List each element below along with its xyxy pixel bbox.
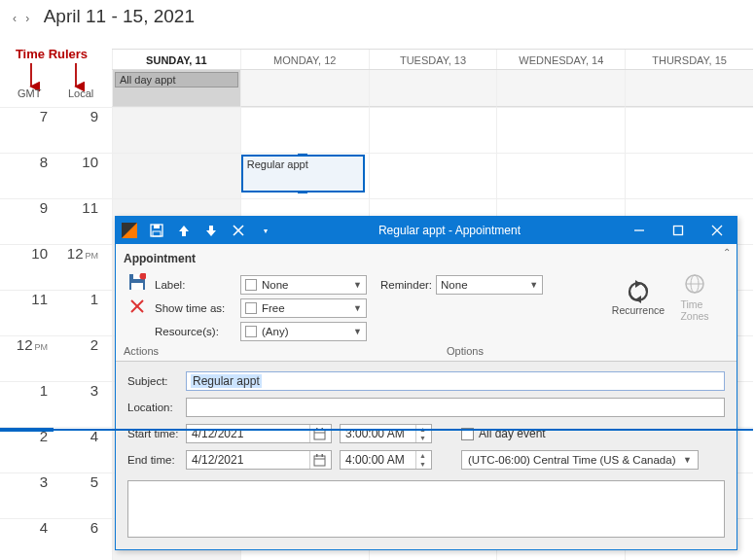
day-header-tuesday[interactable]: TUESDAY, 13: [369, 50, 497, 69]
all-day-cell-tuesday[interactable]: [369, 70, 497, 107]
location-input[interactable]: [186, 398, 725, 417]
local-time: 1: [54, 291, 98, 307]
time-row: 35: [0, 472, 112, 518]
appointment-form: Subject: Regular appt Location: Start ti…: [116, 362, 737, 549]
ruler-header: GMT Local: [0, 88, 112, 107]
local-time: 5: [54, 473, 98, 490]
day-header-monday[interactable]: MONDAY, 12: [240, 50, 369, 69]
current-time-indicator-thick: [0, 428, 54, 432]
show-time-as-combo[interactable]: Free▼: [240, 298, 367, 318]
resources-combo[interactable]: (Any)▼: [240, 322, 367, 341]
day-header-wednesday[interactable]: WEDNESDAY, 14: [496, 50, 625, 69]
ribbon-collapse-icon[interactable]: ⌃: [723, 247, 731, 258]
ribbon: Appointment ⌃ Label: None▼ Reminder:: [116, 244, 737, 362]
all-day-cell-monday[interactable]: [240, 70, 369, 107]
svg-rect-28: [314, 456, 325, 466]
location-label: Location:: [127, 402, 186, 413]
svg-rect-6: [153, 231, 161, 236]
app-icon: [120, 221, 139, 240]
start-time-input[interactable]: 3:00:00 AM ▲▼: [340, 424, 432, 443]
label-field-label: Label:: [155, 279, 240, 291]
end-time-label: End time:: [127, 454, 186, 466]
next-week-button[interactable]: ›: [22, 12, 32, 25]
delete-icon[interactable]: [229, 221, 248, 240]
local-time: 3: [54, 382, 98, 399]
regular-appointment[interactable]: Regular appt: [241, 155, 365, 192]
move-up-icon[interactable]: [174, 221, 194, 240]
svg-rect-30: [316, 454, 318, 457]
timezones-button[interactable]: Time Zones: [668, 269, 721, 326]
svg-rect-24: [314, 430, 325, 439]
gmt-time: 9: [4, 199, 48, 216]
recurrence-button[interactable]: Recurrence: [612, 269, 665, 326]
end-time-input[interactable]: 4:00:00 AM ▲▼: [340, 450, 432, 470]
end-date-input[interactable]: 4/12/2021: [186, 450, 332, 470]
svg-rect-31: [322, 454, 324, 457]
minimize-button[interactable]: [620, 217, 659, 244]
svg-rect-10: [674, 227, 683, 235]
reminder-combo[interactable]: None▼: [436, 275, 543, 295]
all-day-appointment[interactable]: All day appt: [115, 72, 238, 88]
svg-rect-15: [131, 283, 143, 290]
calendar-icon[interactable]: [309, 451, 329, 469]
local-time: 10: [54, 154, 98, 170]
gmt-time: 3: [4, 473, 48, 490]
ribbon-section-options: Options: [201, 345, 729, 357]
local-time: 12PM: [54, 245, 98, 262]
date-range-label: April 11 - 15, 2021: [44, 6, 195, 27]
time-row: 46: [0, 518, 112, 560]
all-day-row: All day appt: [112, 70, 753, 107]
time-row: 1012PM: [0, 244, 112, 290]
gmt-time: 4: [4, 519, 48, 536]
close-button[interactable]: [698, 217, 737, 244]
save-and-close-icon[interactable]: [128, 273, 146, 294]
time-row: 79: [0, 107, 112, 153]
save-icon[interactable]: [147, 221, 166, 240]
svg-rect-5: [154, 225, 160, 228]
gmt-column-label: GMT: [18, 88, 41, 99]
customize-dropdown-icon[interactable]: ▾: [256, 221, 275, 240]
delete-action-icon[interactable]: [130, 299, 144, 316]
time-row: 24: [0, 427, 112, 472]
gmt-time: 8: [4, 154, 48, 170]
calendar-icon[interactable]: [309, 425, 329, 442]
spinner-icon[interactable]: ▲▼: [415, 425, 429, 442]
day-header-thursday[interactable]: THURSDAY, 15: [625, 50, 753, 69]
resources-label: Resource(s):: [155, 326, 240, 337]
gmt-time: 7: [4, 108, 48, 124]
all-day-cell-sunday[interactable]: All day appt: [112, 70, 240, 107]
local-column-label: Local: [68, 88, 93, 99]
gmt-time: 11: [4, 291, 48, 307]
subject-label: Subject:: [127, 375, 186, 387]
local-time: 9: [54, 108, 98, 124]
label-combo[interactable]: None▼: [240, 275, 367, 295]
show-time-as-label: Show time as:: [155, 302, 240, 314]
maximize-button[interactable]: [659, 217, 698, 244]
time-row: 810: [0, 153, 112, 198]
day-header-row: SUNDAY, 11 MONDAY, 12 TUESDAY, 13 WEDNES…: [112, 49, 753, 70]
reminder-field-label: Reminder:: [380, 279, 432, 291]
gmt-time: 10: [4, 245, 48, 262]
description-textarea[interactable]: [127, 480, 725, 538]
all-day-cell-thursday[interactable]: [625, 70, 753, 107]
dialog-title: Regular appt - Appointment: [279, 224, 620, 237]
spinner-icon[interactable]: ▲▼: [415, 451, 429, 469]
ribbon-tab-appointment[interactable]: Appointment: [124, 248, 729, 269]
gmt-time: 1: [4, 382, 48, 399]
time-row: 13: [0, 381, 112, 427]
dialog-titlebar[interactable]: ▾ Regular appt - Appointment: [116, 217, 737, 244]
timezone-select[interactable]: (UTC-06:00) Central Time (US & Canada)▼: [461, 450, 699, 470]
time-ruler: 798109111012PM11112PM213243546: [0, 107, 112, 560]
all-day-cell-wednesday[interactable]: [496, 70, 625, 107]
local-time: 6: [54, 519, 98, 536]
local-time: 2: [54, 336, 98, 353]
move-down-icon[interactable]: [201, 221, 221, 240]
view-header: ‹ › April 11 - 15, 2021: [10, 6, 195, 27]
day-header-sunday[interactable]: SUNDAY, 11: [112, 50, 240, 69]
start-date-input[interactable]: 4/12/2021: [186, 424, 332, 443]
subject-input[interactable]: Regular appt: [186, 371, 725, 391]
prev-week-button[interactable]: ‹: [10, 12, 19, 25]
current-time-indicator: [54, 429, 753, 431]
local-time: 11: [54, 199, 98, 216]
time-row: 111: [0, 290, 112, 335]
